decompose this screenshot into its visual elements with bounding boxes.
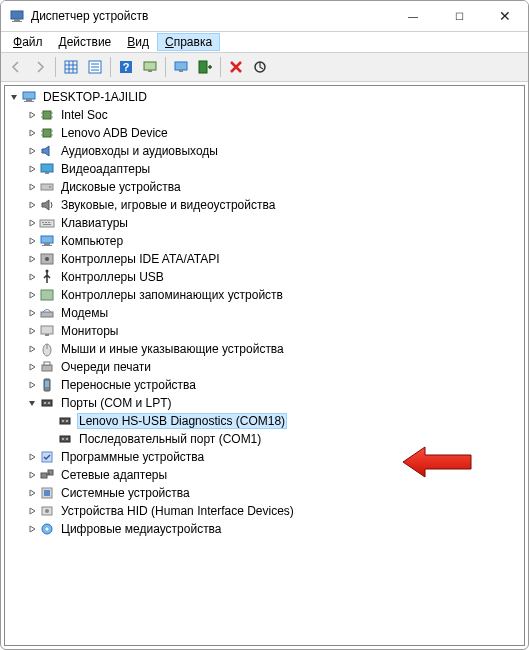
tree-label[interactable]: Контроллеры запоминающих устройств — [59, 288, 285, 302]
expand-icon[interactable] — [25, 252, 39, 266]
tree-category-10[interactable]: Контроллеры запоминающих устройств — [5, 286, 524, 304]
collapse-icon[interactable] — [7, 90, 21, 104]
expand-icon[interactable] — [25, 180, 39, 194]
tree-label[interactable]: Мониторы — [59, 324, 120, 338]
expand-icon[interactable] — [25, 288, 39, 302]
expand-icon[interactable] — [25, 450, 39, 464]
expand-icon[interactable] — [25, 324, 39, 338]
chip-icon — [39, 125, 55, 141]
tree-label[interactable]: DESKTOP-1AJILID — [41, 90, 149, 104]
minimize-button[interactable]: — — [390, 1, 436, 31]
remove-icon[interactable] — [225, 56, 247, 78]
tree-label[interactable]: Сетевые адаптеры — [59, 468, 169, 482]
tree-category-11[interactable]: Модемы — [5, 304, 524, 322]
tree-category-14[interactable]: Очереди печати — [5, 358, 524, 376]
tree-label[interactable]: Аудиовходы и аудиовыходы — [59, 144, 220, 158]
tree-device-16-0[interactable]: Lenovo HS-USB Diagnostics (COM18) — [5, 412, 524, 430]
svg-rect-50 — [41, 326, 53, 334]
tree-label[interactable]: Системные устройства — [59, 486, 192, 500]
tree-label[interactable]: Видеоадаптеры — [59, 162, 152, 176]
expand-icon[interactable] — [25, 486, 39, 500]
expand-icon[interactable] — [25, 144, 39, 158]
tree-label[interactable]: Программные устройства — [59, 450, 206, 464]
tree-category-3[interactable]: Видеоадаптеры — [5, 160, 524, 178]
collapse-icon[interactable] — [25, 396, 39, 410]
tree-label[interactable]: Клавиатуры — [59, 216, 130, 230]
tree-label[interactable]: Очереди печати — [59, 360, 153, 374]
tree-label[interactable]: Звуковые, игровые и видеоустройства — [59, 198, 277, 212]
svg-point-63 — [66, 420, 68, 422]
maximize-button[interactable]: ☐ — [436, 1, 482, 31]
expand-icon[interactable] — [25, 504, 39, 518]
svg-rect-61 — [60, 418, 70, 424]
menu-item-1[interactable]: Действие — [51, 33, 120, 51]
expand-icon[interactable] — [25, 360, 39, 374]
tree-category-5[interactable]: Звуковые, игровые и видеоустройства — [5, 196, 524, 214]
tree-category-7[interactable]: Компьютер — [5, 232, 524, 250]
tree-label[interactable]: Модемы — [59, 306, 110, 320]
close-button[interactable]: ✕ — [482, 1, 528, 31]
expand-icon[interactable] — [25, 126, 39, 140]
tree-label[interactable]: Мыши и иные указывающие устройства — [59, 342, 286, 356]
expand-icon[interactable] — [25, 468, 39, 482]
svg-text:?: ? — [123, 61, 130, 73]
tree-label[interactable]: Переносные устройства — [59, 378, 198, 392]
back-icon — [5, 56, 27, 78]
expand-icon[interactable] — [25, 216, 39, 230]
svg-rect-57 — [45, 381, 49, 387]
tree-category-16[interactable]: Порты (COM и LPT) — [5, 394, 524, 412]
menu-item-2[interactable]: Вид — [119, 33, 157, 51]
portable-icon — [39, 377, 55, 393]
tree-category-2[interactable]: Аудиовходы и аудиовыходы — [5, 142, 524, 160]
menu-item-3[interactable]: Справка — [157, 33, 220, 51]
tree-category-6[interactable]: Клавиатуры — [5, 214, 524, 232]
tree-label[interactable]: Intel Soc — [59, 108, 110, 122]
tree-label[interactable]: Устройства HID (Human Interface Devices) — [59, 504, 296, 518]
scan-icon[interactable] — [170, 56, 192, 78]
expand-icon[interactable] — [25, 198, 39, 212]
tree-category-1[interactable]: Lenovo ADB Device — [5, 124, 524, 142]
expand-icon[interactable] — [25, 234, 39, 248]
expand-icon[interactable] — [25, 162, 39, 176]
tree-category-15[interactable]: Переносные устройства — [5, 376, 524, 394]
expand-icon[interactable] — [25, 108, 39, 122]
tree-category-19[interactable]: Системные устройства — [5, 484, 524, 502]
show-hidden-icon[interactable] — [60, 56, 82, 78]
add-legacy-icon[interactable] — [194, 56, 216, 78]
tree-label[interactable]: Порты (COM и LPT) — [59, 396, 174, 410]
tree-label[interactable]: Дисковые устройства — [59, 180, 183, 194]
tree-root[interactable]: DESKTOP-1AJILID — [5, 88, 524, 106]
expand-icon[interactable] — [25, 306, 39, 320]
tree-category-12[interactable]: Мониторы — [5, 322, 524, 340]
tree-category-13[interactable]: Мыши и иные указывающие устройства — [5, 340, 524, 358]
tree-category-20[interactable]: Устройства HID (Human Interface Devices) — [5, 502, 524, 520]
expand-icon[interactable] — [25, 378, 39, 392]
tree-label[interactable]: Lenovo ADB Device — [59, 126, 170, 140]
menu-item-0[interactable]: Файл — [5, 33, 51, 51]
tree-label[interactable]: Компьютер — [59, 234, 125, 248]
sound-icon — [39, 197, 55, 213]
expand-icon[interactable] — [25, 270, 39, 284]
tree-category-0[interactable]: Intel Soc — [5, 106, 524, 124]
tree-category-8[interactable]: Контроллеры IDE ATA/ATAPI — [5, 250, 524, 268]
svg-rect-43 — [44, 243, 50, 245]
tree-label[interactable]: Цифровые медиаустройства — [59, 522, 224, 536]
svg-rect-51 — [45, 334, 49, 336]
monitor-icon — [39, 323, 55, 339]
tree-label[interactable]: Контроллеры IDE ATA/ATAPI — [59, 252, 222, 266]
help-icon[interactable]: ? — [115, 56, 137, 78]
properties-icon[interactable] — [84, 56, 106, 78]
tree-category-4[interactable]: Дисковые устройства — [5, 178, 524, 196]
expand-icon[interactable] — [25, 342, 39, 356]
monitor-icon[interactable] — [139, 56, 161, 78]
device-tree[interactable]: DESKTOP-1AJILIDIntel SocLenovo ADB Devic… — [4, 85, 525, 646]
update-icon[interactable] — [249, 56, 271, 78]
tree-category-9[interactable]: Контроллеры USB — [5, 268, 524, 286]
tree-label[interactable]: Lenovo HS-USB Diagnostics (COM18) — [77, 413, 287, 429]
tree-label[interactable]: Последовательный порт (COM1) — [77, 432, 263, 446]
tree-label[interactable]: Контроллеры USB — [59, 270, 166, 284]
tree-category-21[interactable]: Цифровые медиаустройства — [5, 520, 524, 538]
svg-rect-64 — [60, 436, 70, 442]
expand-icon[interactable] — [25, 522, 39, 536]
svg-point-62 — [62, 420, 64, 422]
